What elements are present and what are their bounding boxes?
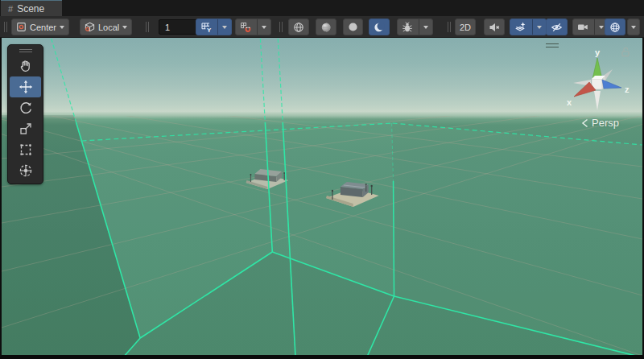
chevron-down-icon[interactable] — [262, 26, 266, 29]
scene-viewport[interactable]: y x z Persp — [0, 38, 644, 359]
grid-snap-toggle[interactable] — [235, 19, 271, 35]
toolbar-group-handle[interactable] — [146, 22, 147, 32]
svg-text:Y: Y — [207, 27, 212, 33]
shading-wireframe-button[interactable] — [288, 19, 309, 35]
2d-mode-toggle[interactable]: 2D — [455, 19, 476, 35]
projection-toggle[interactable]: Persp — [581, 117, 619, 129]
hand-icon — [19, 59, 33, 73]
camera-settings-dropdown[interactable] — [572, 19, 609, 35]
axis-z-label: z — [625, 85, 630, 94]
orientation-cube-icon — [85, 22, 95, 32]
pivot-square-icon — [16, 22, 27, 32]
shading-shaded-button[interactable] — [316, 19, 336, 35]
axis-z-cone[interactable] — [602, 80, 621, 89]
orientation-mode-label: Local — [98, 23, 119, 32]
grid-visibility-toggle[interactable]: Y — [196, 19, 232, 35]
tool-move[interactable] — [10, 76, 41, 97]
scale-icon — [19, 122, 33, 136]
tool-transform[interactable] — [10, 160, 41, 181]
tab-bar: # Scene — [0, 0, 644, 16]
scene-tab-label: Scene — [17, 3, 44, 14]
gizmos-sphere-icon — [609, 22, 621, 33]
scene-toolbar: Center Local Y — [0, 16, 644, 38]
grid-snap-magnet-icon — [240, 22, 251, 33]
orientation-gizmo[interactable]: y x z — [562, 47, 633, 118]
scene-visibility-toggle[interactable] — [546, 19, 568, 35]
tool-rotate[interactable] — [10, 97, 41, 118]
camera-icon — [577, 22, 588, 32]
rotate-icon — [19, 101, 33, 115]
tool-scale[interactable] — [10, 118, 41, 139]
solid-circle-icon — [348, 22, 358, 32]
chevron-down-icon — [60, 26, 64, 29]
chevron-down-icon[interactable] — [423, 26, 428, 29]
axis-neg-cone[interactable] — [594, 91, 601, 110]
tool-rect[interactable] — [10, 139, 41, 160]
chevron-down-icon[interactable] — [222, 26, 227, 29]
moon-crescent-icon — [374, 22, 385, 33]
pivot-mode-label: Center — [30, 23, 56, 32]
axis-x-label: x — [567, 97, 572, 107]
chevron-down-icon[interactable] — [537, 26, 542, 29]
tool-hand[interactable] — [10, 56, 41, 76]
chevron-down-icon — [631, 26, 636, 29]
overlay-drag-handle[interactable] — [546, 43, 559, 50]
effects-layers-sparkle-icon — [514, 22, 526, 33]
2d-mode-label: 2D — [460, 23, 471, 32]
scene-canvas — [2, 38, 642, 355]
wireframe-sphere-icon — [293, 22, 304, 33]
effects-dropdown-toggle[interactable] — [510, 19, 547, 35]
bug-icon — [402, 22, 413, 33]
shadows-toggle-button[interactable] — [369, 19, 390, 35]
palette-drag-handle[interactable] — [19, 49, 32, 52]
move-arrows-icon — [19, 80, 33, 94]
pivot-mode-dropdown[interactable]: Center — [11, 19, 69, 35]
gizmos-dropdown-button[interactable] — [627, 19, 640, 35]
audio-toggle-button[interactable] — [484, 19, 505, 35]
transform-combined-icon — [19, 163, 33, 178]
chevron-down-icon — [122, 26, 127, 29]
scene-tab-icon: # — [8, 4, 12, 14]
debug-draw-mode-dropdown[interactable] — [397, 19, 433, 35]
ground-shading — [2, 115, 642, 355]
chevron-down-icon[interactable] — [599, 26, 604, 29]
gizmos-toggle-button[interactable] — [605, 19, 625, 35]
eye-slash-icon — [551, 22, 563, 33]
lighting-toggle-button[interactable] — [343, 19, 363, 35]
orientation-mode-dropdown[interactable]: Local — [80, 19, 132, 35]
grid-axis-y-icon: Y — [200, 22, 212, 33]
projection-label: Persp — [592, 117, 619, 129]
chevron-left-icon — [581, 118, 588, 128]
tab-scene[interactable]: # Scene — [1, 0, 62, 16]
shaded-sphere-icon — [320, 22, 332, 33]
speaker-muted-icon — [489, 22, 500, 33]
rect-tool-icon — [19, 142, 33, 157]
tools-overlay-panel — [7, 44, 43, 184]
toolbar-group-handle[interactable] — [279, 22, 280, 32]
axis-y-label: y — [595, 47, 601, 57]
toolbar-drag-handle[interactable] — [4, 22, 5, 32]
toolbar-group-handle[interactable] — [448, 22, 448, 32]
